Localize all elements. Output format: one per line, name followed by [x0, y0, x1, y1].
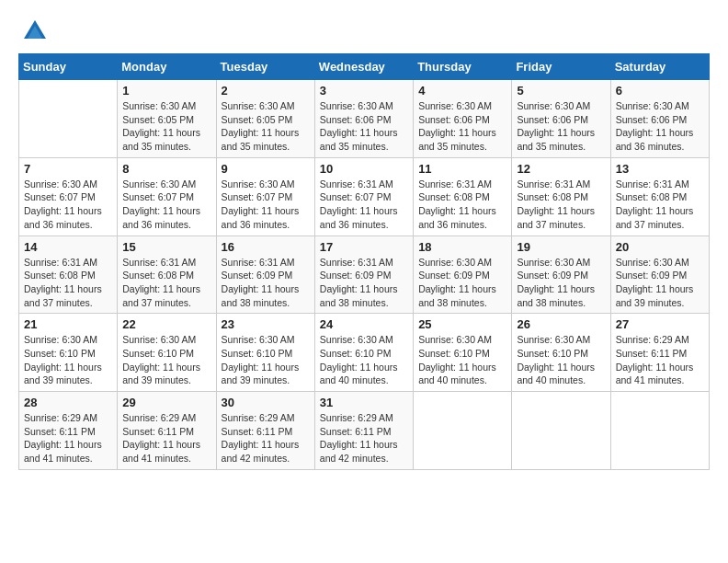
header-monday: Monday	[118, 54, 216, 80]
week-row-3: 14Sunrise: 6:31 AM Sunset: 6:08 PM Dayli…	[19, 236, 710, 314]
week-row-2: 7Sunrise: 6:30 AM Sunset: 6:07 PM Daylig…	[19, 157, 710, 236]
header-thursday: Thursday	[414, 54, 512, 80]
day-number: 27	[616, 317, 704, 331]
calendar-cell: 12Sunrise: 6:31 AM Sunset: 6:08 PM Dayli…	[512, 157, 610, 236]
day-number: 20	[616, 240, 704, 254]
calendar-cell: 11Sunrise: 6:31 AM Sunset: 6:08 PM Dayli…	[414, 157, 512, 236]
calendar-cell	[19, 80, 118, 158]
day-info: Sunrise: 6:30 AM Sunset: 6:07 PM Dayligh…	[24, 178, 112, 232]
calendar-cell: 28Sunrise: 6:29 AM Sunset: 6:11 PM Dayli…	[19, 392, 118, 470]
calendar-cell: 3Sunrise: 6:30 AM Sunset: 6:06 PM Daylig…	[314, 80, 413, 158]
day-number: 6	[616, 84, 704, 98]
week-row-4: 21Sunrise: 6:30 AM Sunset: 6:10 PM Dayli…	[19, 314, 710, 392]
day-info: Sunrise: 6:31 AM Sunset: 6:08 PM Dayligh…	[122, 256, 210, 310]
day-info: Sunrise: 6:30 AM Sunset: 6:10 PM Dayligh…	[122, 333, 210, 387]
day-info: Sunrise: 6:30 AM Sunset: 6:06 PM Dayligh…	[517, 99, 605, 154]
calendar-cell: 22Sunrise: 6:30 AM Sunset: 6:10 PM Dayli…	[118, 314, 216, 392]
calendar-cell	[512, 392, 610, 470]
calendar-cell: 24Sunrise: 6:30 AM Sunset: 6:10 PM Dayli…	[314, 314, 413, 392]
day-info: Sunrise: 6:30 AM Sunset: 6:06 PM Dayligh…	[320, 99, 408, 154]
week-row-5: 28Sunrise: 6:29 AM Sunset: 6:11 PM Dayli…	[19, 392, 710, 470]
header-sunday: Sunday	[19, 54, 118, 80]
day-number: 9	[222, 162, 310, 176]
day-number: 3	[320, 84, 408, 98]
day-number: 19	[517, 240, 605, 254]
calendar-cell: 26Sunrise: 6:30 AM Sunset: 6:10 PM Dayli…	[512, 314, 610, 392]
calendar-cell: 20Sunrise: 6:30 AM Sunset: 6:09 PM Dayli…	[610, 236, 709, 314]
day-number: 14	[24, 240, 112, 254]
day-info: Sunrise: 6:29 AM Sunset: 6:11 PM Dayligh…	[122, 411, 210, 465]
calendar-cell: 25Sunrise: 6:30 AM Sunset: 6:10 PM Dayli…	[414, 314, 512, 392]
calendar-cell: 21Sunrise: 6:30 AM Sunset: 6:10 PM Dayli…	[19, 314, 118, 392]
calendar-cell: 18Sunrise: 6:30 AM Sunset: 6:09 PM Dayli…	[414, 236, 512, 314]
header-friday: Friday	[512, 54, 610, 80]
day-number: 13	[616, 162, 704, 176]
day-info: Sunrise: 6:29 AM Sunset: 6:11 PM Dayligh…	[24, 411, 112, 465]
page-header	[18, 18, 710, 44]
day-number: 4	[418, 84, 506, 98]
week-row-1: 1Sunrise: 6:30 AM Sunset: 6:05 PM Daylig…	[19, 80, 710, 158]
day-number: 22	[122, 317, 210, 331]
day-info: Sunrise: 6:30 AM Sunset: 6:05 PM Dayligh…	[122, 99, 210, 154]
calendar-cell: 10Sunrise: 6:31 AM Sunset: 6:07 PM Dayli…	[314, 157, 413, 236]
calendar-cell: 6Sunrise: 6:30 AM Sunset: 6:06 PM Daylig…	[610, 80, 709, 158]
day-info: Sunrise: 6:31 AM Sunset: 6:09 PM Dayligh…	[320, 256, 408, 310]
calendar-cell	[610, 392, 709, 470]
calendar-cell	[414, 392, 512, 470]
day-number: 18	[418, 240, 506, 254]
day-info: Sunrise: 6:31 AM Sunset: 6:08 PM Dayligh…	[517, 178, 605, 232]
day-info: Sunrise: 6:30 AM Sunset: 6:06 PM Dayligh…	[616, 99, 704, 154]
day-info: Sunrise: 6:30 AM Sunset: 6:06 PM Dayligh…	[418, 99, 506, 154]
day-number: 2	[222, 84, 310, 98]
day-info: Sunrise: 6:31 AM Sunset: 6:08 PM Dayligh…	[616, 178, 704, 232]
calendar-cell: 19Sunrise: 6:30 AM Sunset: 6:09 PM Dayli…	[512, 236, 610, 314]
header-wednesday: Wednesday	[314, 54, 413, 80]
day-info: Sunrise: 6:29 AM Sunset: 6:11 PM Dayligh…	[222, 411, 310, 465]
calendar-cell: 7Sunrise: 6:30 AM Sunset: 6:07 PM Daylig…	[19, 157, 118, 236]
calendar-cell: 31Sunrise: 6:29 AM Sunset: 6:11 PM Dayli…	[314, 392, 413, 470]
day-info: Sunrise: 6:30 AM Sunset: 6:09 PM Dayligh…	[418, 256, 506, 310]
calendar-cell: 27Sunrise: 6:29 AM Sunset: 6:11 PM Dayli…	[610, 314, 709, 392]
calendar-cell: 16Sunrise: 6:31 AM Sunset: 6:09 PM Dayli…	[216, 236, 314, 314]
day-number: 17	[320, 240, 408, 254]
day-info: Sunrise: 6:29 AM Sunset: 6:11 PM Dayligh…	[616, 333, 704, 387]
day-number: 26	[517, 317, 605, 331]
day-number: 24	[320, 317, 408, 331]
day-number: 12	[517, 162, 605, 176]
day-number: 16	[222, 240, 310, 254]
day-info: Sunrise: 6:31 AM Sunset: 6:08 PM Dayligh…	[24, 256, 112, 310]
day-info: Sunrise: 6:31 AM Sunset: 6:07 PM Dayligh…	[320, 178, 408, 232]
day-info: Sunrise: 6:30 AM Sunset: 6:07 PM Dayligh…	[122, 178, 210, 232]
day-number: 21	[24, 317, 112, 331]
day-info: Sunrise: 6:30 AM Sunset: 6:10 PM Dayligh…	[320, 333, 408, 387]
day-number: 30	[222, 396, 310, 409]
day-info: Sunrise: 6:29 AM Sunset: 6:11 PM Dayligh…	[320, 411, 408, 465]
day-info: Sunrise: 6:31 AM Sunset: 6:08 PM Dayligh…	[418, 178, 506, 232]
calendar-cell: 8Sunrise: 6:30 AM Sunset: 6:07 PM Daylig…	[118, 157, 216, 236]
day-info: Sunrise: 6:30 AM Sunset: 6:09 PM Dayligh…	[517, 256, 605, 310]
calendar-cell: 14Sunrise: 6:31 AM Sunset: 6:08 PM Dayli…	[19, 236, 118, 314]
logo	[18, 18, 48, 44]
day-number: 5	[517, 84, 605, 98]
day-info: Sunrise: 6:30 AM Sunset: 6:10 PM Dayligh…	[222, 333, 310, 387]
calendar-cell: 9Sunrise: 6:30 AM Sunset: 6:07 PM Daylig…	[216, 157, 314, 236]
logo-icon	[22, 18, 48, 44]
calendar-table: SundayMondayTuesdayWednesdayThursdayFrid…	[18, 53, 710, 470]
day-number: 10	[320, 162, 408, 176]
calendar-cell: 15Sunrise: 6:31 AM Sunset: 6:08 PM Dayli…	[118, 236, 216, 314]
calendar-cell: 23Sunrise: 6:30 AM Sunset: 6:10 PM Dayli…	[216, 314, 314, 392]
day-number: 31	[320, 396, 408, 409]
day-number: 25	[418, 317, 506, 331]
calendar-cell: 1Sunrise: 6:30 AM Sunset: 6:05 PM Daylig…	[118, 80, 216, 158]
header-tuesday: Tuesday	[216, 54, 314, 80]
day-info: Sunrise: 6:30 AM Sunset: 6:05 PM Dayligh…	[222, 99, 310, 154]
calendar-cell: 4Sunrise: 6:30 AM Sunset: 6:06 PM Daylig…	[414, 80, 512, 158]
day-info: Sunrise: 6:30 AM Sunset: 6:09 PM Dayligh…	[616, 256, 704, 310]
day-number: 8	[122, 162, 210, 176]
calendar-cell: 5Sunrise: 6:30 AM Sunset: 6:06 PM Daylig…	[512, 80, 610, 158]
day-number: 29	[122, 396, 210, 409]
day-info: Sunrise: 6:31 AM Sunset: 6:09 PM Dayligh…	[222, 256, 310, 310]
day-number: 1	[122, 84, 210, 98]
calendar-cell: 29Sunrise: 6:29 AM Sunset: 6:11 PM Dayli…	[118, 392, 216, 470]
day-number: 11	[418, 162, 506, 176]
